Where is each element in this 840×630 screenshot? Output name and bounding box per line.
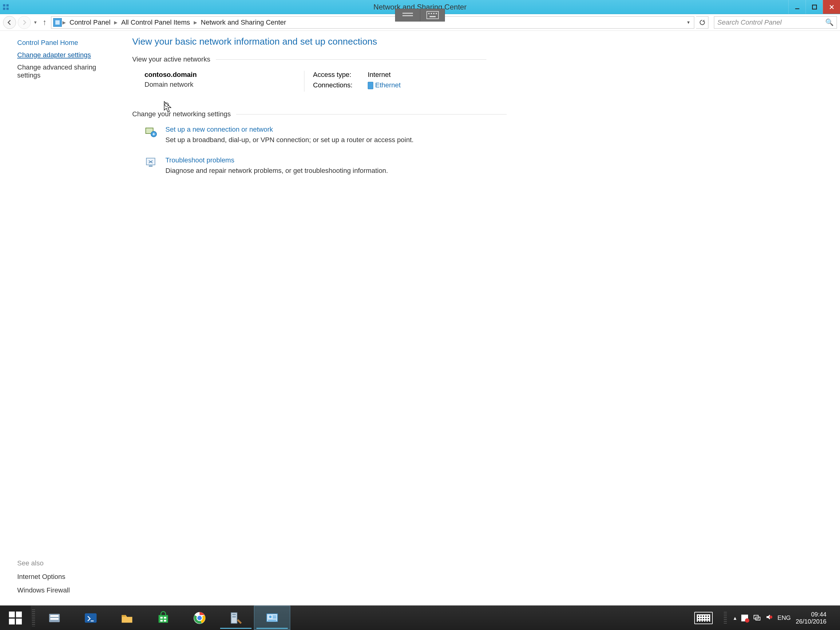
connection-link-text[interactable]: Ethernet [375,81,401,89]
start-button[interactable] [0,606,31,630]
svg-rect-37 [273,616,276,616]
taskbar-chrome[interactable] [182,606,218,630]
breadcrumb-item[interactable]: All Control Panel Items [118,19,193,27]
tray-clock[interactable]: 09:44 26/10/2016 [796,611,826,625]
access-type-value: Internet [368,71,391,79]
control-panel-icon [53,18,62,27]
overlay-input-bar[interactable] [395,9,445,22]
main-panel: View your basic network information and … [120,31,840,605]
svg-rect-38 [273,617,276,618]
tray-overflow-icon[interactable]: ▴ [734,615,736,621]
recent-locations-dropdown[interactable]: ▾ [33,19,38,25]
refresh-button[interactable] [696,16,708,28]
troubleshoot-icon [145,156,157,169]
overlay-keyboard-icon[interactable] [420,9,445,21]
svg-point-42 [769,616,772,619]
setup-connection-icon [145,125,157,138]
tray-on-screen-keyboard-icon[interactable] [694,612,713,624]
task-setup-connection[interactable]: Set up a new connection or network Set u… [132,125,828,144]
taskbar: ▴ ENG 09:44 26/10/2016 [0,605,840,630]
breadcrumb-dropdown-icon[interactable]: ▾ [685,19,692,25]
taskbar-powershell[interactable] [73,606,109,630]
svg-rect-28 [164,619,166,621]
see-also-windows-firewall[interactable]: Windows Firewall [17,586,112,594]
overlay-drag-handle-icon[interactable] [395,9,420,21]
change-adapter-settings-link[interactable]: Change adapter settings [17,51,112,59]
task-setup-title[interactable]: Set up a new connection or network [166,125,414,133]
taskbar-separator [32,609,35,626]
svg-rect-1 [6,4,9,6]
svg-point-36 [269,616,272,618]
svg-rect-20 [51,615,59,617]
task-troubleshoot-desc: Diagnose and repair network problems, or… [166,167,388,174]
windows-logo-icon [9,611,22,624]
active-networks-label: View your active networks [132,55,210,63]
forward-button[interactable] [18,16,31,29]
change-advanced-sharing-link[interactable]: Change advanced sharing settings [17,63,112,79]
network-name: contoso.domain [145,71,304,79]
connection-link[interactable]: Ethernet [368,81,401,89]
svg-rect-3 [6,7,9,9]
svg-rect-25 [160,617,163,619]
tray-date: 26/10/2016 [796,618,826,625]
svg-rect-10 [431,13,432,14]
task-troubleshoot[interactable]: Troubleshoot problems Diagnose and repai… [132,156,828,175]
up-button[interactable]: ↑ [40,17,49,27]
search-input[interactable] [717,19,825,27]
active-network-block: contoso.domain Domain network Access typ… [132,71,828,92]
control-panel-home-link[interactable]: Control Panel Home [17,39,112,47]
back-button[interactable] [3,16,16,29]
breadcrumb-item[interactable]: Control Panel [66,19,114,27]
breadcrumb-sep-icon: ▸ [194,19,197,27]
taskbar-windows-store[interactable] [145,606,182,630]
svg-rect-23 [122,615,126,617]
svg-point-18 [165,103,169,106]
svg-rect-2 [3,7,5,9]
tray-network-icon[interactable] [753,613,760,622]
ethernet-icon [368,82,373,89]
task-setup-desc: Set up a broadband, dial-up, or VPN conn… [166,136,414,144]
change-settings-header: Change your networking settings [132,110,828,118]
close-button[interactable] [823,0,840,14]
tray-action-center-icon[interactable] [741,615,748,621]
svg-rect-8 [427,11,439,19]
minimize-button[interactable] [788,0,805,14]
search-icon[interactable]: 🔍 [825,19,834,27]
breadcrumb-sep-icon: ▸ [62,19,66,27]
see-also-header: See also [17,559,112,567]
divider [236,114,507,114]
maximize-button[interactable] [805,0,823,14]
svg-rect-17 [149,166,153,167]
search-box[interactable]: 🔍 [714,16,837,28]
network-details: Access type: Internet Connections: Ether… [305,71,401,92]
breadcrumb-item[interactable]: Network and Sharing Center [198,19,289,27]
tray-volume-icon[interactable] [765,613,773,622]
svg-rect-11 [433,13,434,14]
tray-time: 09:44 [796,611,826,618]
taskbar-control-panel[interactable] [254,606,290,630]
svg-rect-27 [160,619,163,621]
svg-rect-5 [812,5,816,9]
app-icon [0,0,12,14]
change-settings-label: Change your networking settings [132,110,231,118]
access-type-label: Access type: [313,71,359,79]
connections-label: Connections: [313,81,359,89]
tray-language[interactable]: ENG [778,614,791,621]
taskbar-server-manager[interactable] [36,606,73,630]
breadcrumb-bar[interactable]: ▸ Control Panel ▸ All Control Panel Item… [51,16,694,28]
svg-rect-33 [232,614,236,615]
system-tray: ▴ ENG 09:44 26/10/2016 [694,606,840,630]
content-area: Control Panel Home Change adapter settin… [0,31,840,605]
taskbar-server-tools[interactable] [218,606,254,630]
svg-rect-39 [268,619,276,621]
tray-separator [724,612,727,624]
svg-rect-26 [164,617,166,619]
see-also-internet-options[interactable]: Internet Options [17,573,112,581]
network-type: Domain network [145,81,304,89]
taskbar-file-explorer[interactable] [109,606,145,630]
svg-rect-24 [159,615,168,623]
svg-rect-9 [428,13,429,14]
divider [216,59,486,60]
svg-rect-4 [795,8,799,9]
task-troubleshoot-title[interactable]: Troubleshoot problems [166,156,388,164]
